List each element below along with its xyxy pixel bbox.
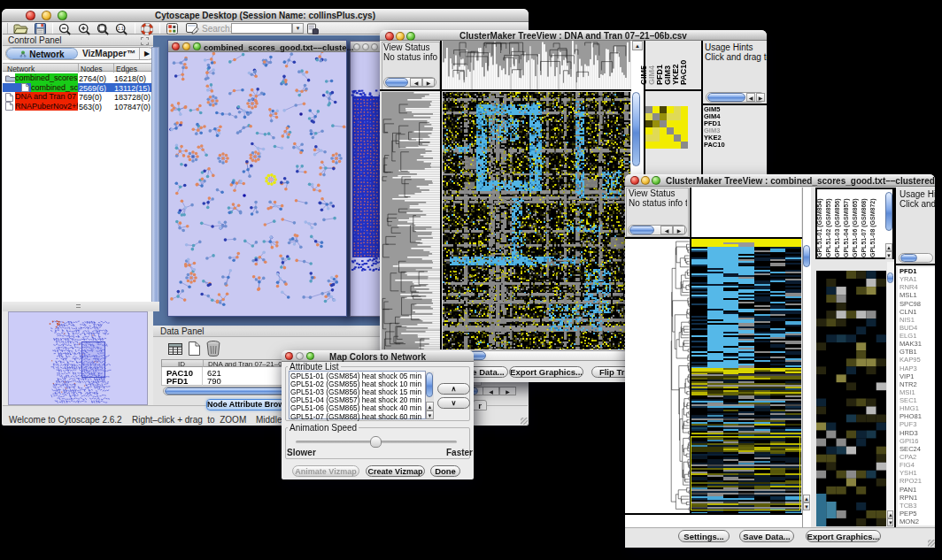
svg-text:1:1: 1:1 [118, 26, 124, 31]
